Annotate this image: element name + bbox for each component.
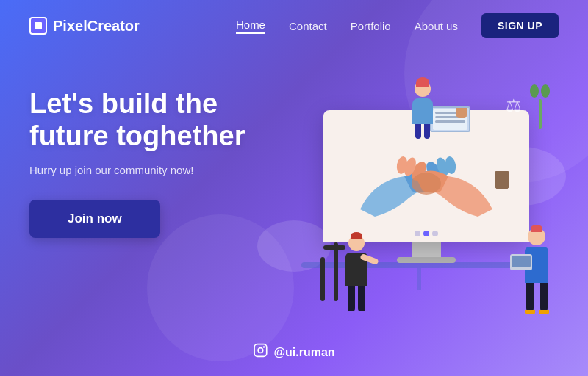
nav-home[interactable]: Home	[236, 18, 265, 34]
monitor-stand	[412, 242, 441, 257]
logo-icon	[29, 17, 47, 35]
person1-hair	[416, 77, 429, 87]
person1-leg-right	[424, 124, 430, 139]
person3-head	[528, 228, 545, 245]
plant-leaf-left	[530, 84, 539, 98]
nav-portfolio[interactable]: Portfolio	[351, 20, 391, 32]
scale-icon: ⚖	[506, 95, 522, 116]
dot-3	[432, 231, 438, 236]
instagram-handle: @ui.ruman	[273, 346, 334, 359]
hero-section: Let's build the future toghether Hurry u…	[29, 88, 265, 238]
nav-contact[interactable]: Contact	[289, 20, 327, 32]
person2-legs	[338, 286, 375, 311]
person3-body	[525, 247, 548, 283]
person-standing-laptop	[514, 228, 559, 316]
person2-leg-right	[358, 286, 365, 311]
plant-stem	[539, 99, 542, 129]
plant-decoration	[530, 84, 550, 129]
hero-subtitle: Hurry up join our community now!	[29, 164, 265, 176]
instagram-icon	[253, 343, 268, 361]
svg-rect-7	[254, 344, 267, 357]
person2-body	[345, 253, 368, 286]
logo[interactable]: PixelCreator	[29, 17, 140, 35]
signup-button[interactable]: SIGN UP	[481, 13, 559, 38]
person2-head	[348, 235, 365, 251]
dot-2	[423, 231, 429, 236]
person3-leg-left	[526, 283, 534, 311]
person3-leg-right	[540, 283, 548, 311]
hero-title: Let's build the future toghether	[29, 88, 265, 152]
plant-vase	[495, 171, 509, 189]
plant-leaves	[530, 84, 550, 98]
person1-body	[412, 98, 433, 124]
monitor-base	[397, 257, 456, 263]
footer: @ui.ruman	[253, 343, 334, 361]
navbar: PixelCreator Home Contact Portfolio Abou…	[0, 0, 588, 51]
person3-laptop	[510, 254, 532, 270]
person1-leg-left	[415, 124, 421, 139]
hero-illustration: ⚖	[235, 29, 588, 360]
person3-shoe-left	[525, 310, 535, 314]
svg-point-9	[263, 346, 265, 348]
person-sitting	[404, 81, 441, 140]
dot-1	[415, 231, 420, 236]
stick-2	[320, 257, 325, 301]
person-standing-pen	[338, 235, 375, 316]
plant-leaf-right	[541, 84, 550, 98]
monitor-indicator-dots	[415, 231, 438, 236]
svg-point-6	[412, 173, 441, 195]
coffee-cup	[456, 108, 467, 118]
person3-legs	[514, 283, 559, 314]
person2-leg-left	[348, 286, 355, 311]
platform-leg	[417, 268, 421, 290]
svg-point-8	[258, 348, 263, 353]
nav-links: Home Contact Portfolio About us SIGN UP	[236, 13, 559, 38]
brand-name: PixelCreator	[53, 18, 140, 35]
person3-hair	[531, 225, 542, 232]
person3-shoe-right	[539, 310, 549, 314]
person1-head	[415, 81, 431, 97]
person2-hair	[351, 232, 362, 239]
join-now-button[interactable]: Join now	[29, 200, 160, 238]
person1-legs	[404, 124, 441, 139]
nav-about[interactable]: About us	[415, 20, 458, 32]
